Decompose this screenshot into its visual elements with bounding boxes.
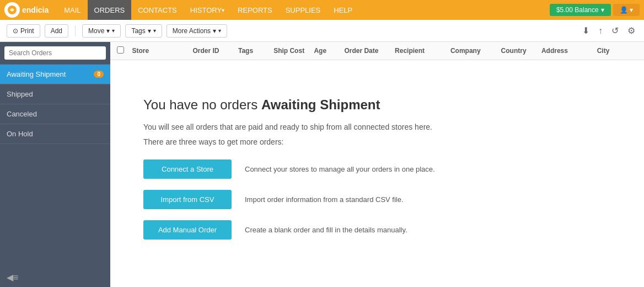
th-checkbox bbox=[117, 46, 132, 55]
export-icon-button[interactable]: ↑ bbox=[596, 25, 605, 37]
th-order-date: Order Date bbox=[344, 47, 395, 55]
empty-state-desc2: There are three ways to get more orders: bbox=[143, 137, 283, 146]
sidebar-item-canceled[interactable]: Canceled bbox=[0, 104, 110, 124]
move-button[interactable]: Move ▾ bbox=[82, 24, 121, 38]
more-actions-arrow: ▾ bbox=[213, 27, 216, 35]
empty-state-title: You have no orders Awaiting Shipment bbox=[143, 97, 380, 113]
th-tags: Tags bbox=[238, 47, 273, 55]
balance-button[interactable]: $5.00 Balance ▾ bbox=[550, 4, 611, 16]
th-address: Address bbox=[541, 47, 597, 55]
th-recipient: Recipient bbox=[395, 47, 450, 55]
sidebar-item-awaiting[interactable]: Awaiting Shipment 0 bbox=[0, 65, 110, 84]
search-input[interactable] bbox=[4, 46, 106, 60]
nav-supplies[interactable]: SUPPLIES bbox=[279, 0, 328, 20]
tags-button[interactable]: Tags ▾ bbox=[125, 24, 162, 38]
table-header: Store Order ID Tags Ship Cost Age Order … bbox=[110, 42, 644, 60]
collapse-icon: ◀≡ bbox=[7, 272, 18, 283]
refresh-icon-button[interactable]: ↺ bbox=[609, 24, 621, 37]
nav-reports[interactable]: REPORTS bbox=[231, 0, 279, 20]
connect-store-desc: Connect your stores to manage all your o… bbox=[245, 165, 435, 173]
th-company: Company bbox=[450, 47, 501, 55]
toolbar: ⊙ Print Add Move ▾ Tags ▾ More Actions ▾… bbox=[0, 20, 644, 42]
logo-icon bbox=[4, 2, 20, 18]
th-country: Country bbox=[501, 47, 541, 55]
print-icon: ⊙ bbox=[13, 27, 18, 35]
logo-area: endicia bbox=[4, 2, 49, 18]
sidebar: Awaiting Shipment 0 Shipped Canceled On … bbox=[0, 42, 110, 287]
user-icon: 👤 ▾ bbox=[620, 6, 633, 14]
sidebar-item-shipped[interactable]: Shipped bbox=[0, 84, 110, 104]
th-store: Store bbox=[132, 47, 193, 55]
balance-amount: $5.00 Balance bbox=[556, 6, 599, 14]
empty-state-desc1: You will see all orders that are paid an… bbox=[143, 121, 432, 133]
main-layout: Awaiting Shipment 0 Shipped Canceled On … bbox=[0, 42, 644, 287]
print-button[interactable]: ⊙ Print bbox=[7, 24, 40, 38]
connect-store-button[interactable]: Connect a Store bbox=[143, 160, 232, 179]
empty-state-title-bold: Awaiting Shipment bbox=[261, 97, 380, 112]
sidebar-item-on-hold[interactable]: On Hold bbox=[0, 124, 110, 144]
tags-arrow: ▾ bbox=[148, 27, 151, 35]
sidebar-awaiting-label: Awaiting Shipment bbox=[7, 70, 66, 78]
user-menu-button[interactable]: 👤 ▾ bbox=[613, 4, 640, 16]
select-all-checkbox[interactable] bbox=[117, 46, 124, 54]
sidebar-collapse-button[interactable]: ◀≡ bbox=[0, 268, 110, 287]
add-manual-row: Add Manual Order Create a blank order an… bbox=[143, 220, 407, 240]
logo-text: endicia bbox=[22, 6, 49, 14]
move-arrow: ▾ bbox=[106, 27, 110, 35]
nav-help[interactable]: HELP bbox=[327, 0, 359, 20]
top-navigation: endicia MAIL ORDERS CONTACTS HISTORY REP… bbox=[0, 0, 644, 20]
content-area: Store Order ID Tags Ship Cost Age Order … bbox=[110, 42, 644, 287]
th-order-id: Order ID bbox=[192, 47, 238, 55]
sidebar-search-area bbox=[0, 42, 110, 65]
more-actions-button[interactable]: More Actions ▾ bbox=[167, 24, 227, 38]
add-button[interactable]: Add bbox=[45, 24, 68, 38]
th-ship-cost: Ship Cost bbox=[273, 47, 314, 55]
add-manual-button[interactable]: Add Manual Order bbox=[143, 220, 232, 240]
sidebar-canceled-label: Canceled bbox=[7, 110, 37, 118]
th-city: City bbox=[597, 47, 637, 55]
nav-contacts[interactable]: CONTACTS bbox=[131, 0, 184, 20]
nav-items: MAIL ORDERS CONTACTS HISTORY REPORTS SUP… bbox=[57, 0, 550, 20]
nav-mail[interactable]: MAIL bbox=[57, 0, 87, 20]
import-csv-desc: Import order information from a standard… bbox=[245, 195, 404, 204]
empty-state-title-prefix: You have no orders bbox=[143, 97, 261, 112]
nav-orders[interactable]: ORDERS bbox=[88, 0, 132, 20]
download-icon-button[interactable]: ⬇ bbox=[580, 24, 592, 37]
balance-arrow: ▾ bbox=[601, 6, 604, 14]
toolbar-separator-1 bbox=[75, 25, 76, 36]
connect-store-row: Connect a Store Connect your stores to m… bbox=[143, 160, 435, 179]
settings-icon-button[interactable]: ⚙ bbox=[625, 24, 637, 37]
sidebar-shipped-label: Shipped bbox=[7, 90, 33, 98]
nav-history[interactable]: HISTORY bbox=[184, 0, 231, 20]
add-manual-desc: Create a blank order and fill in the det… bbox=[245, 226, 407, 234]
import-csv-row: Import from CSV Import order information… bbox=[143, 190, 404, 209]
th-age: Age bbox=[314, 47, 344, 55]
toolbar-icons: ⬇ ↑ ↺ ⚙ bbox=[580, 24, 637, 37]
empty-state: You have no orders Awaiting Shipment You… bbox=[110, 60, 644, 287]
sidebar-on-hold-label: On Hold bbox=[7, 130, 33, 138]
import-csv-button[interactable]: Import from CSV bbox=[143, 190, 232, 209]
sidebar-awaiting-badge: 0 bbox=[94, 71, 104, 78]
